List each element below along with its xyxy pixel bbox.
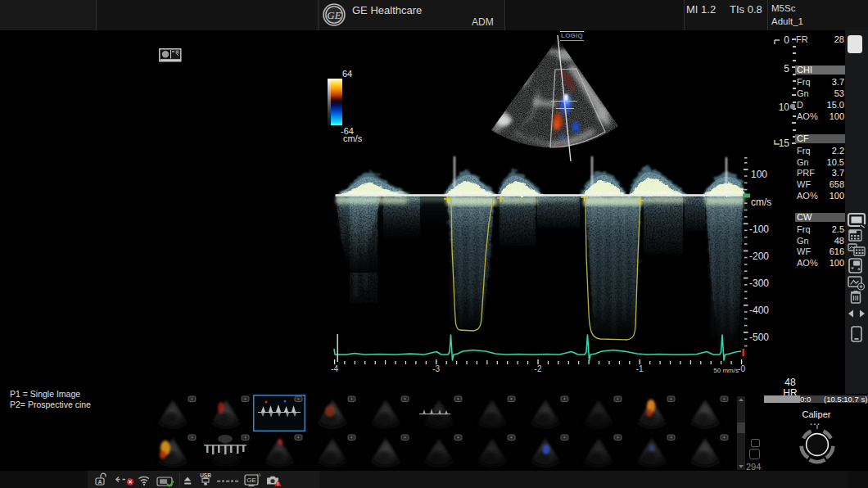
svg-text:cm/s: cm/s — [751, 197, 771, 208]
svg-text:-3: -3 — [432, 364, 440, 373]
svg-text:GE: GE — [246, 477, 256, 484]
svg-text:GE: GE — [327, 9, 341, 21]
svg-text:-4: -4 — [331, 364, 338, 373]
svg-text:10: 10 — [779, 102, 790, 113]
svg-text:5: 5 — [784, 63, 789, 75]
svg-text:-2: -2 — [535, 364, 542, 373]
svg-text:50 mm/s: 50 mm/s — [713, 367, 739, 374]
svg-text:-400: -400 — [749, 305, 769, 316]
svg-text:-200: -200 — [749, 251, 769, 262]
svg-text:-0: -0 — [738, 364, 745, 373]
svg-text:A: A — [97, 479, 102, 485]
svg-text:15: 15 — [779, 138, 790, 149]
svg-text:-100: -100 — [749, 224, 769, 235]
svg-text:-1: -1 — [636, 364, 644, 373]
svg-text:-300: -300 — [749, 278, 769, 289]
svg-text:0: 0 — [784, 34, 789, 46]
svg-text:100: 100 — [751, 169, 767, 180]
svg-text:-500: -500 — [749, 332, 769, 343]
svg-text:!: ! — [278, 481, 279, 486]
